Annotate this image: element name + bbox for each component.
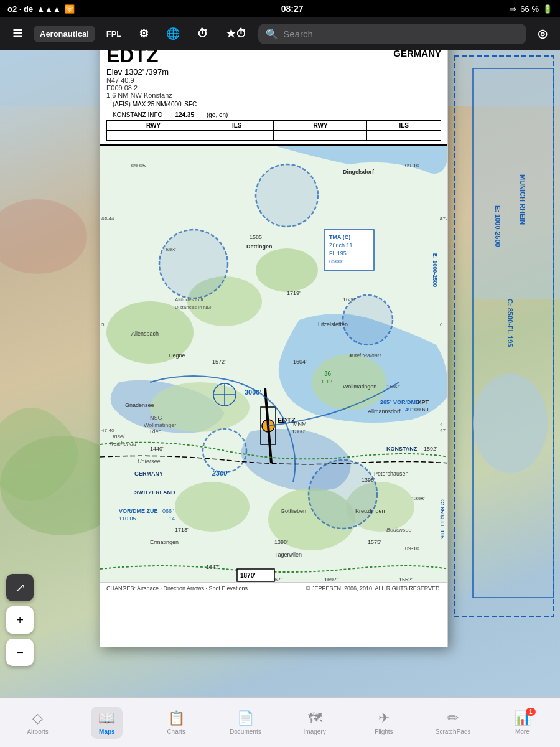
zoom-out-button[interactable]: − bbox=[6, 639, 34, 666]
svg-point-13 bbox=[256, 248, 318, 292]
svg-text:1592': 1592' bbox=[386, 383, 400, 390]
favorites-button[interactable]: ★⏱ bbox=[220, 23, 253, 44]
svg-text:Dettingen: Dettingen bbox=[246, 243, 273, 250]
svg-text:Tägerwilen: Tägerwilen bbox=[274, 552, 302, 558]
svg-text:1647': 1647' bbox=[206, 564, 220, 570]
chart-footer: CHANGES: Airspace · Direction Arrows · S… bbox=[100, 582, 447, 594]
flights-icon: ✈ bbox=[378, 710, 390, 726]
more-badge-container: 📊 1 bbox=[514, 710, 531, 726]
status-bar: o2 · de ▲▲▲ 🛜 08:27 ⇒ 66 % 🔋 bbox=[0, 0, 560, 17]
settings-button[interactable]: ⚙ bbox=[133, 23, 155, 44]
chart-freq-note: (ge, en) bbox=[207, 111, 228, 118]
aeronautical-button[interactable]: Aeronautical bbox=[34, 26, 95, 42]
documents-label: Documents bbox=[230, 728, 261, 735]
route-icon: ⤢ bbox=[15, 580, 26, 595]
scratchpads-icon: ✏ bbox=[447, 710, 459, 726]
tab-airports[interactable]: ◇ Airports bbox=[3, 705, 72, 740]
svg-text:1585: 1585 bbox=[250, 234, 262, 240]
svg-text:Litzelstetten: Litzelstetten bbox=[318, 321, 348, 327]
maps-active-bg: 📖 Maps bbox=[91, 707, 123, 739]
svg-text:E: 1000-2500: E: 1000-2500 bbox=[494, 205, 502, 247]
svg-text:1575': 1575' bbox=[368, 539, 381, 545]
svg-text:NSG: NSG bbox=[150, 415, 162, 421]
chart-coords-lat: N47 40.9 bbox=[106, 77, 228, 84]
svg-text:FL 195: FL 195 bbox=[329, 250, 347, 256]
svg-rect-1 bbox=[473, 50, 560, 299]
svg-text:5: 5 bbox=[101, 322, 105, 327]
svg-text:1719': 1719' bbox=[287, 290, 301, 296]
chart-freq: 124.35 bbox=[175, 111, 194, 118]
search-icon: 🔍 bbox=[266, 28, 278, 40]
star-icon: ★⏱ bbox=[226, 27, 247, 40]
svg-text:KONSTANZ: KONSTANZ bbox=[386, 446, 418, 452]
time-display: 08:27 bbox=[281, 4, 304, 14]
svg-text:1592': 1592' bbox=[424, 446, 437, 452]
chart-coords-lon: E009 08.2 bbox=[106, 84, 228, 92]
svg-text:MNM: MNM bbox=[293, 421, 307, 427]
svg-text:1360': 1360' bbox=[292, 428, 306, 435]
svg-text:09-05: 09-05 bbox=[131, 162, 146, 169]
svg-text:KPT: KPT bbox=[418, 399, 429, 405]
carrier-text: o2 · de bbox=[7, 4, 33, 14]
airports-label: Airports bbox=[27, 728, 48, 735]
tab-imagery[interactable]: 🗺 Imagery bbox=[280, 705, 349, 740]
chart-freq-row: KONSTANZ INFO 124.35 (ge, en) bbox=[106, 110, 441, 120]
tab-charts[interactable]: 📋 Charts bbox=[142, 705, 211, 740]
globe-button[interactable]: 🌐 bbox=[160, 23, 186, 44]
svg-text:3: 3 bbox=[440, 515, 443, 520]
svg-text:Allmannsdorf: Allmannsdorf bbox=[368, 408, 401, 415]
svg-text:E: 1000-2500: E: 1000-2500 bbox=[432, 253, 438, 288]
svg-text:Wollmatinger: Wollmatinger bbox=[144, 422, 176, 428]
svg-text:14: 14 bbox=[169, 515, 175, 522]
svg-text:Kreuzlingen: Kreuzlingen bbox=[355, 508, 385, 514]
imagery-icon: 🗺 bbox=[308, 710, 322, 726]
svg-point-4 bbox=[0, 199, 87, 274]
clock-button[interactable]: ⏱ bbox=[191, 24, 215, 44]
svg-text:09-10: 09-10 bbox=[405, 545, 419, 552]
svg-text:1693': 1693' bbox=[162, 247, 176, 253]
fpl-button[interactable]: FPL bbox=[100, 26, 128, 42]
svg-text:6500': 6500' bbox=[329, 258, 343, 265]
tab-scratchpads[interactable]: ✏ ScratchPads bbox=[419, 705, 488, 740]
tab-maps[interactable]: 📖 Maps bbox=[72, 702, 141, 744]
svg-point-24 bbox=[159, 230, 228, 298]
svg-text:C: 8500-FL 195: C: 8500-FL 195 bbox=[506, 299, 514, 347]
charts-icon: 📋 bbox=[168, 710, 185, 726]
svg-text:SWITZERLAND: SWITZERLAND bbox=[134, 489, 175, 496]
chart-copyright: © JEPPESEN, 2006, 2010. ALL RIGHTS RESER… bbox=[306, 585, 441, 591]
aeronautical-label: Aeronautical bbox=[40, 29, 89, 39]
jeppesen-chart[interactable]: JEPPESEN 16 APR 10 19-1 EDTZ Elev 1302' … bbox=[100, 25, 448, 647]
svg-text:47-44: 47-44 bbox=[440, 216, 447, 222]
zoom-in-button[interactable]: + bbox=[6, 606, 34, 634]
svg-text:Dingelsdorf: Dingelsdorf bbox=[343, 169, 375, 175]
menu-button[interactable]: ☰ bbox=[6, 23, 29, 44]
svg-text:VOR/DME  ZUE: VOR/DME ZUE bbox=[119, 508, 158, 514]
tab-more[interactable]: 📊 1 More bbox=[488, 705, 557, 740]
svg-text:47-44: 47-44 bbox=[101, 216, 114, 222]
search-bar[interactable]: 🔍 Search bbox=[258, 24, 526, 44]
svg-text:1440': 1440' bbox=[150, 446, 164, 452]
chart-rwy-table: RWY ILS RWY ILS bbox=[106, 120, 441, 141]
svg-text:MUNICH RHEIN: MUNICH RHEIN bbox=[519, 174, 526, 225]
maps-icon: 📖 bbox=[98, 710, 115, 726]
tab-flights[interactable]: ✈ Flights bbox=[349, 705, 418, 740]
tab-documents[interactable]: 📄 Documents bbox=[211, 705, 280, 740]
svg-text:Ried: Ried bbox=[150, 428, 162, 435]
svg-text:Insel Mainau: Insel Mainau bbox=[349, 352, 381, 359]
maps-label: Maps bbox=[99, 728, 115, 735]
svg-text:47-40: 47-40 bbox=[440, 428, 447, 433]
svg-text:Hegne: Hegne bbox=[169, 352, 185, 359]
svg-text:109.60: 109.60 bbox=[411, 406, 429, 413]
svg-text:Gottlieben: Gottlieben bbox=[281, 508, 306, 514]
svg-text:1604': 1604' bbox=[293, 359, 307, 365]
svg-text:6: 6 bbox=[440, 322, 443, 327]
location-button[interactable]: ◎ bbox=[531, 23, 554, 44]
rwy-header-1: RWY bbox=[107, 121, 200, 131]
plus-icon: + bbox=[16, 613, 24, 627]
route-button[interactable]: ⤢ bbox=[6, 574, 34, 601]
svg-text:Gnadensee: Gnadensee bbox=[125, 402, 154, 408]
location-icon: ◎ bbox=[538, 27, 548, 40]
bluetooth-icon: ⇒ bbox=[510, 4, 516, 14]
svg-point-17 bbox=[175, 482, 250, 532]
svg-point-26 bbox=[343, 295, 393, 345]
